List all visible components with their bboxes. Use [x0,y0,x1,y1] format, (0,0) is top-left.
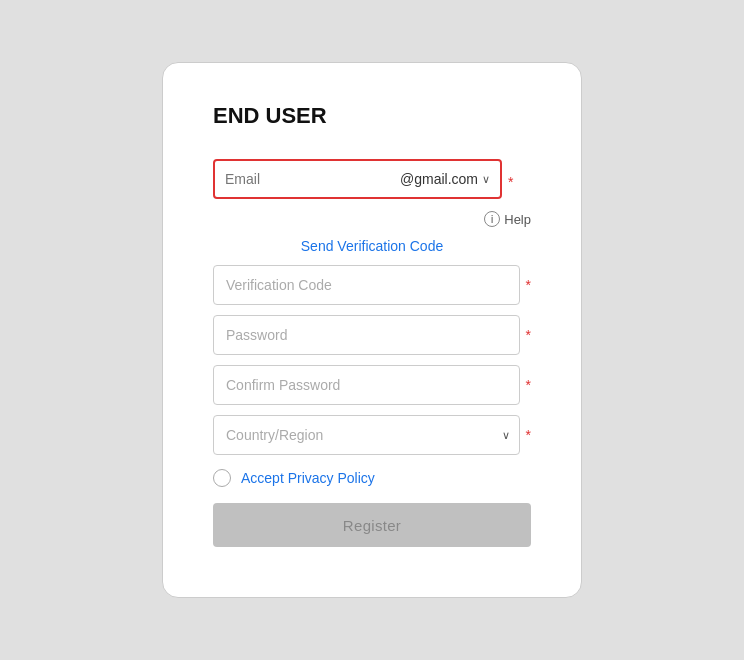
verification-code-row: * [213,265,531,305]
confirm-password-row: * [213,365,531,405]
privacy-policy-link[interactable]: Accept Privacy Policy [241,470,375,486]
registration-card: END USER @gmail.com ∨ * i Help Send Veri… [162,62,582,598]
register-button[interactable]: Register [213,503,531,547]
email-required-star: * [508,174,513,190]
verification-required-star: * [526,277,531,293]
privacy-policy-row: Accept Privacy Policy [213,469,531,487]
help-icon: i [484,211,500,227]
country-required-star: * [526,427,531,443]
password-required-star: * [526,327,531,343]
page-title: END USER [213,103,531,129]
verification-code-input[interactable] [213,265,520,305]
privacy-checkbox[interactable] [213,469,231,487]
country-row: Country/Region ∨ * [213,415,531,455]
email-suffix[interactable]: @gmail.com ∨ [400,171,490,187]
help-row: i Help [213,211,531,227]
password-input[interactable] [213,315,520,355]
email-row: @gmail.com ∨ [213,159,502,199]
email-input[interactable] [225,171,400,187]
confirm-password-required-star: * [526,377,531,393]
country-select-wrapper: Country/Region ∨ [213,415,520,455]
send-verification-link[interactable]: Send Verification Code [301,238,443,254]
confirm-password-input[interactable] [213,365,520,405]
country-select[interactable]: Country/Region [213,415,520,455]
send-verification-row: Send Verification Code [213,237,531,255]
email-field-wrapper: @gmail.com ∨ * [213,159,531,205]
chevron-down-icon: ∨ [482,173,490,186]
password-row: * [213,315,531,355]
email-suffix-text: @gmail.com [400,171,478,187]
help-label: Help [504,212,531,227]
